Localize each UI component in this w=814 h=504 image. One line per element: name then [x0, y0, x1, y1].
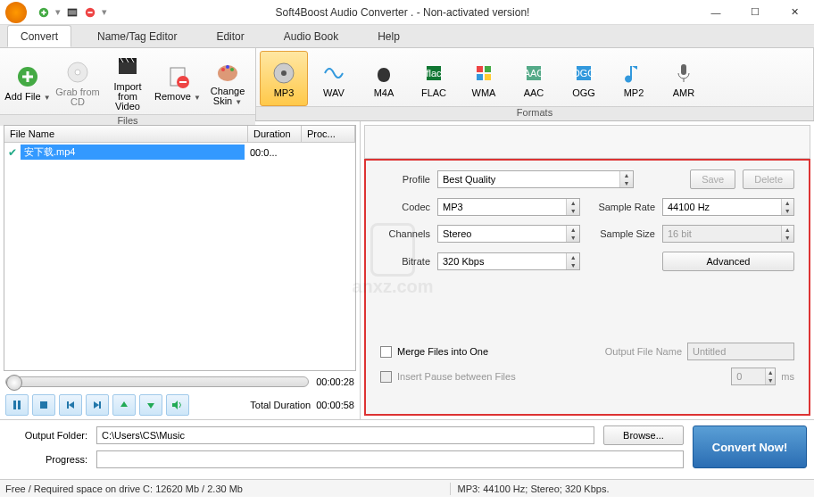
- profile-combo[interactable]: ▲▼: [437, 170, 634, 188]
- format-amr-button[interactable]: AMR: [660, 51, 708, 106]
- formats-group-label: Formats: [256, 106, 813, 120]
- up-button[interactable]: [112, 394, 136, 416]
- channels-combo[interactable]: ▲▼: [437, 225, 580, 243]
- profile-label: Profile: [380, 174, 430, 185]
- down-button[interactable]: [139, 394, 162, 416]
- sample-rate-combo[interactable]: ▲▼: [662, 198, 794, 216]
- mp3-icon: [270, 60, 298, 87]
- progress-bar: [96, 450, 684, 468]
- svg-text:OGG: OGG: [572, 68, 595, 78]
- col-duration[interactable]: Duration: [248, 126, 302, 142]
- svg-rect-21: [477, 74, 483, 80]
- progress-label: Progress:: [7, 454, 87, 465]
- bitrate-combo[interactable]: ▲▼: [437, 252, 580, 270]
- save-button[interactable]: Save: [690, 169, 735, 189]
- wma-label: WMA: [472, 88, 496, 98]
- status-format: MP3: 44100 Hz; Stereo; 320 Kbps.: [458, 483, 610, 494]
- format-mp2-button[interactable]: MP2: [610, 51, 658, 106]
- right-top-strip: [364, 125, 810, 159]
- qat-dropdown-icon[interactable]: ▾: [54, 4, 62, 21]
- convert-button[interactable]: Convert Now!: [693, 426, 807, 468]
- volume-button[interactable]: [166, 394, 189, 416]
- output-folder-input[interactable]: [96, 426, 594, 444]
- tab-editor[interactable]: Editor: [203, 25, 257, 47]
- change-skin-button[interactable]: Change Skin ▼: [204, 51, 252, 114]
- file-row[interactable]: ✔ 安下载.mp4 00:0...: [4, 143, 355, 161]
- format-ogg-button[interactable]: OGGOGG: [560, 51, 608, 106]
- qat-video-icon[interactable]: [64, 4, 80, 21]
- qat-remove-icon[interactable]: [82, 4, 98, 21]
- prev-button[interactable]: [59, 394, 82, 416]
- format-flac-button[interactable]: flacFLAC: [410, 51, 458, 106]
- file-name-cell[interactable]: 安下载.mp4: [21, 145, 245, 160]
- quick-access-toolbar: ▾ ▾: [36, 4, 109, 21]
- remove-button[interactable]: Remove ▼: [154, 51, 202, 114]
- bitrate-input[interactable]: [438, 253, 566, 269]
- sample-rate-input[interactable]: [663, 199, 781, 215]
- codec-combo[interactable]: ▲▼: [437, 198, 580, 216]
- browse-button[interactable]: Browse...: [603, 426, 684, 445]
- format-wma-button[interactable]: WMA: [460, 51, 508, 106]
- output-folder-label: Output Folder:: [7, 430, 87, 441]
- bottom-panel: Output Folder: Browse... Progress: Conve…: [0, 419, 814, 479]
- advanced-button[interactable]: Advanced: [662, 252, 794, 271]
- maximize-button[interactable]: ☐: [735, 0, 775, 25]
- sample-size-label: Sample Size: [587, 228, 655, 239]
- mic-icon: [669, 60, 698, 87]
- player-panel: 00:00:28 Total Duration 00:00:58: [4, 371, 356, 416]
- wav-label: WAV: [323, 88, 345, 98]
- ogg-icon: OGG: [569, 60, 598, 87]
- tab-convert[interactable]: Convert: [7, 25, 71, 47]
- pause-button[interactable]: [5, 394, 29, 416]
- remove-icon: [163, 63, 192, 90]
- svg-point-13: [226, 65, 229, 69]
- svg-point-16: [281, 70, 287, 76]
- seek-slider[interactable]: [5, 376, 309, 387]
- grab-cd-label: Grab from CD: [54, 87, 101, 107]
- seek-thumb[interactable]: [6, 375, 22, 391]
- format-wav-button[interactable]: WAV: [310, 51, 358, 106]
- left-panel: File Name Duration Proc... ✔ 安下载.mp4 00:…: [0, 121, 361, 419]
- amr-label: AMR: [673, 88, 694, 98]
- window-title: Soft4Boost Audio Converter . - Non-activ…: [109, 6, 696, 19]
- next-button[interactable]: [86, 394, 109, 416]
- pause-label: Insert Pause between Files: [397, 371, 516, 382]
- right-panel: Profile ▲▼ Save Delete Codec ▲▼ Sample R…: [361, 121, 814, 419]
- import-video-button[interactable]: Import from Video: [104, 51, 152, 114]
- channels-input[interactable]: [438, 226, 566, 242]
- codec-input[interactable]: [438, 199, 566, 215]
- profile-input[interactable]: [438, 171, 619, 187]
- format-m4a-button[interactable]: M4A: [360, 51, 408, 106]
- tab-help[interactable]: Help: [364, 25, 413, 47]
- import-video-label: Import from Video: [104, 82, 151, 112]
- sample-size-combo: ▲▼: [662, 225, 794, 243]
- add-file-button[interactable]: Add File ▼: [4, 51, 52, 114]
- format-aac-button[interactable]: AACAAC: [510, 51, 558, 106]
- col-proc[interactable]: Proc...: [302, 126, 355, 142]
- sample-rate-label: Sample Rate: [587, 202, 655, 212]
- qat-add-icon[interactable]: [36, 4, 52, 21]
- grab-cd-button[interactable]: Grab from CD: [54, 51, 102, 114]
- note-icon: [619, 60, 648, 87]
- aac-label: AAC: [524, 88, 544, 98]
- check-icon[interactable]: ✔: [8, 146, 17, 159]
- output-file-input: [688, 343, 793, 359]
- minimize-button[interactable]: —: [696, 0, 735, 25]
- window-controls: — ☐ ✕: [696, 0, 814, 25]
- file-table-body[interactable]: ✔ 安下载.mp4 00:0...: [4, 143, 355, 370]
- delete-button[interactable]: Delete: [743, 169, 794, 189]
- qat-dropdown2-icon[interactable]: ▾: [100, 4, 109, 21]
- clapperboard-icon: [113, 54, 142, 80]
- svg-rect-29: [18, 401, 21, 409]
- file-table: File Name Duration Proc... ✔ 安下载.mp4 00:…: [4, 125, 356, 371]
- settings-panel: Profile ▲▼ Save Delete Codec ▲▼ Sample R…: [364, 159, 810, 416]
- tab-name-tag-editor[interactable]: Name/Tag Editor: [84, 25, 190, 47]
- svg-rect-27: [681, 64, 686, 75]
- merge-checkbox[interactable]: [380, 346, 392, 358]
- format-mp3-button[interactable]: MP3: [260, 51, 308, 106]
- col-filename[interactable]: File Name: [4, 126, 248, 142]
- stop-button[interactable]: [32, 394, 55, 416]
- tab-audio-book[interactable]: Audio Book: [270, 25, 352, 47]
- close-button[interactable]: ✕: [775, 0, 814, 25]
- merge-label: Merge Files into One: [397, 346, 488, 357]
